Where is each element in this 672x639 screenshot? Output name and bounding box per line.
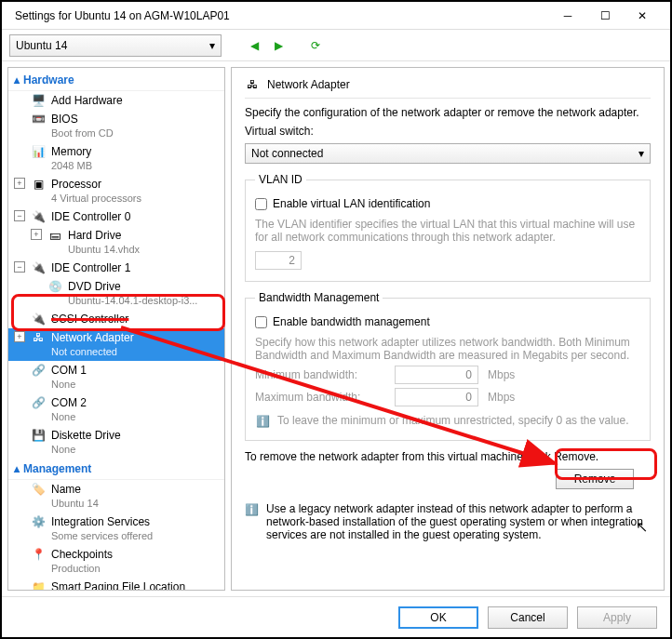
close-button[interactable]: ✕ [624,2,661,29]
sidebar-item-processor[interactable]: + ▣Processor 4 Virtual processors [8,175,224,207]
min-bandwidth-input [395,366,478,384]
sidebar-item-com1[interactable]: 🔗COM 1 None [8,361,224,393]
scsi-icon: 🔌 [31,312,46,326]
info-icon: ℹ️ [245,502,259,517]
remove-description: To remove the network adapter from this … [245,450,651,463]
mbps-label: Mbps [488,368,515,381]
max-bandwidth-label: Maximum bandwidth: [255,391,385,404]
collapse-icon: ▴ [14,73,20,87]
enable-bandwidth-label: Enable bandwidth management [273,315,430,328]
sidebar-item-add-hardware[interactable]: 🖥️Add Hardware [8,91,224,110]
nav-forward-button[interactable]: ▶ [270,37,287,54]
add-hardware-icon: 🖥️ [31,93,46,108]
settings-sidebar[interactable]: ▴ Hardware 🖥️Add Hardware 📼BIOS Boot fro… [7,67,225,591]
chevron-down-icon: ▾ [638,147,644,160]
section-management[interactable]: ▴ Management [8,459,224,480]
vlan-id-input [255,251,302,270]
info-icon: ℹ️ [255,414,270,429]
bandwidth-description: Specify how this network adapter utilize… [255,336,640,362]
virtual-switch-dropdown[interactable]: Not connected ▾ [245,143,651,164]
bandwidth-group: Bandwidth Management Enable bandwidth ma… [245,291,651,441]
vlan-legend: VLAN ID [255,173,306,186]
sidebar-item-bios[interactable]: 📼BIOS Boot from CD [8,110,224,142]
vlan-group: VLAN ID Enable virtual LAN identificatio… [245,173,651,282]
paging-icon: 📁 [31,579,46,591]
collapse-icon[interactable]: − [14,261,25,273]
com-port-icon: 🔗 [31,363,46,378]
integration-icon: ⚙️ [31,514,46,529]
expand-icon[interactable]: + [14,331,25,342]
vm-selector-value: Ubuntu 14 [16,39,67,52]
sidebar-item-name[interactable]: 🏷️Name Ubuntu 14 [8,480,224,513]
mbps-label: Mbps [488,391,515,404]
sidebar-item-dvd-drive[interactable]: 💿DVD Drive Ubuntu-14.04.1-desktop-i3... [8,277,224,310]
apply-button: Apply [577,606,657,629]
name-icon: 🏷️ [31,482,46,497]
cancel-button[interactable]: Cancel [488,606,568,629]
virtual-switch-value: Not connected [251,147,323,160]
sidebar-item-ide1[interactable]: − 🔌IDE Controller 1 [8,259,224,277]
toolbar: Ubuntu 14 ▾ ◀ ▶ ⟳ [2,30,670,61]
sidebar-item-diskette[interactable]: 💾Diskette Drive None [8,426,224,459]
legacy-adapter-info: Use a legacy network adapter instead of … [266,502,651,541]
network-adapter-icon: 🖧 [31,330,46,345]
chevron-down-icon: ▾ [209,39,215,52]
network-adapter-icon: 🖧 [245,77,260,92]
dialog-footer: OK Cancel Apply [2,596,670,637]
remove-button[interactable]: Remove [556,469,634,489]
max-bandwidth-input [395,388,478,406]
panel-description: Specify the configuration of the network… [245,106,651,119]
collapse-icon: ▴ [14,462,20,475]
enable-vlan-label: Enable virtual LAN identification [273,197,430,210]
hard-drive-icon: 🖴 [47,228,62,243]
controller-icon: 🔌 [31,260,46,275]
sidebar-item-network-adapter[interactable]: + 🖧Network Adapter Not connected [8,328,224,361]
vm-selector-dropdown[interactable]: Ubuntu 14 ▾ [9,34,222,57]
controller-icon: 🔌 [31,209,46,224]
sidebar-item-com2[interactable]: 🔗COM 2 None [8,393,224,426]
checkpoints-icon: 📍 [31,547,46,562]
refresh-button[interactable]: ⟳ [307,37,324,54]
panel-header: 🖧 Network Adapter [245,77,651,99]
bandwidth-info: To leave the minimum or maximum unrestri… [277,414,628,427]
sidebar-item-paging[interactable]: 📁Smart Paging File Location D:\Hyper-V [8,578,224,591]
dialog-body: ▴ Hardware 🖥️Add Hardware 📼BIOS Boot fro… [2,61,670,596]
dvd-icon: 💿 [47,279,62,294]
bandwidth-legend: Bandwidth Management [255,291,383,304]
window-title: Settings for Ubuntu 14 on AGM-W10LAP01 [11,9,549,22]
sidebar-item-checkpoints[interactable]: 📍Checkpoints Production [8,545,224,578]
enable-bandwidth-checkbox[interactable] [255,316,267,328]
min-bandwidth-label: Minimum bandwidth: [255,368,385,381]
enable-vlan-checkbox[interactable] [255,198,267,210]
section-hardware[interactable]: ▴ Hardware [8,70,224,91]
expand-icon[interactable]: + [31,229,42,240]
sidebar-item-integration[interactable]: ⚙️Integration Services Some services off… [8,513,224,545]
memory-icon: 📊 [31,144,46,159]
content-panel: 🖧 Network Adapter Specify the configurat… [231,67,665,591]
nav-back-button[interactable]: ◀ [246,37,262,54]
sidebar-item-ide0[interactable]: − 🔌IDE Controller 0 [8,207,224,226]
panel-title: Network Adapter [267,78,350,91]
sidebar-item-scsi[interactable]: 🔌SCSI Controller [8,310,224,328]
titlebar: Settings for Ubuntu 14 on AGM-W10LAP01 ─… [2,2,670,30]
sidebar-item-memory[interactable]: 📊Memory 2048 MB [8,142,224,175]
ok-button[interactable]: OK [398,606,478,629]
vlan-description: The VLAN identifier specifies the virtua… [255,218,640,244]
sidebar-item-hard-drive[interactable]: + 🖴Hard Drive Ubuntu 14.vhdx [8,226,224,259]
maximize-button[interactable]: ☐ [586,2,624,29]
diskette-icon: 💾 [31,428,46,443]
minimize-button[interactable]: ─ [549,2,586,29]
bios-icon: 📼 [31,112,46,126]
expand-icon[interactable]: + [14,178,25,189]
com-port-icon: 🔗 [31,395,46,410]
vswitch-label: Virtual switch: [245,125,651,138]
processor-icon: ▣ [31,177,46,192]
collapse-icon[interactable]: − [14,210,25,221]
